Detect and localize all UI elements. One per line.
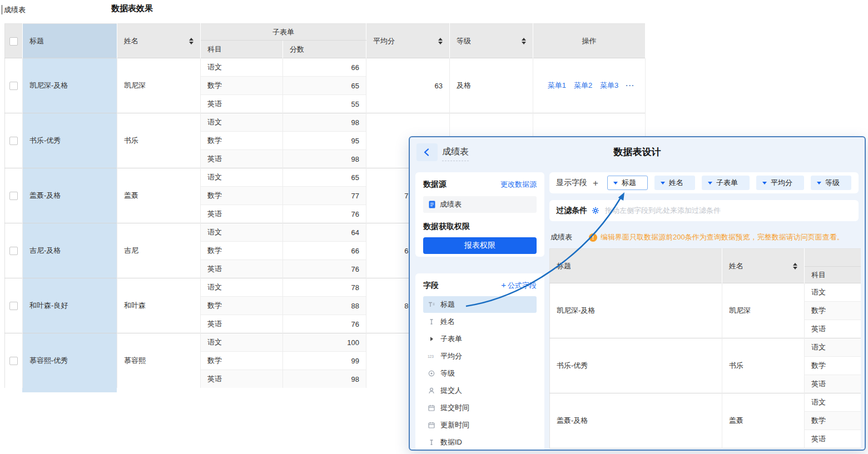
field-item-label: 标题: [440, 300, 455, 310]
action-link[interactable]: 菜单3: [600, 81, 618, 89]
row-checkbox[interactable]: [9, 192, 18, 200]
score-cell: 98: [283, 370, 366, 388]
title-cell: 慕容熙-优秀: [23, 333, 117, 388]
row-checkbox[interactable]: [9, 82, 18, 90]
row-checkbox[interactable]: [9, 357, 18, 365]
field-item[interactable]: 提交人: [423, 382, 537, 399]
display-field-chip[interactable]: 子表单: [702, 176, 750, 190]
subject-cell: 英语: [201, 370, 283, 388]
select-all-checkbox[interactable]: [9, 37, 18, 46]
chevron-down-icon[interactable]: [817, 182, 821, 184]
preview-info-row: 成绩表 编辑界面只取数据源前200条作为查询数据预览，完整数据请访问页面查看。: [550, 232, 860, 243]
action-link[interactable]: 菜单2: [574, 81, 592, 89]
subform-expand-icon: [428, 335, 435, 343]
preview-source-name: 成绩表: [550, 232, 572, 242]
field-item[interactable]: 子表单: [423, 331, 537, 347]
gear-icon[interactable]: [592, 207, 599, 214]
display-field-chip[interactable]: 等级: [811, 176, 851, 190]
title-cell: 凯尼深-及格: [23, 58, 117, 113]
preview-row: 凯尼深-及格凯尼深语文: [550, 283, 861, 302]
title-cell: 吉尼-及格: [23, 223, 117, 278]
table-row: 书乐-优秀书乐语文9897优秀菜单1菜单2菜单3···: [5, 113, 646, 132]
sort-icon[interactable]: [438, 38, 443, 44]
score-cell: 99: [283, 352, 366, 370]
subject-cell: 数学: [201, 352, 283, 370]
field-list: 标题姓名子表单123平均分等级提交人提交时间更新时间数据ID: [423, 296, 537, 451]
sort-icon[interactable]: [522, 38, 526, 44]
column-header: 姓名: [722, 249, 805, 283]
designer-title: 数据表设计: [410, 146, 865, 158]
row-checkbox[interactable]: [9, 302, 18, 310]
display-field-chip[interactable]: 平均分: [756, 176, 804, 190]
table-row: 凯尼深-及格凯尼深语文6663及格菜单1菜单2菜单3···: [5, 58, 646, 77]
subject-cell: 语文: [201, 278, 283, 297]
sort-icon[interactable]: [189, 38, 194, 44]
datasource-item[interactable]: 成绩表: [423, 196, 537, 213]
text-icon: [428, 318, 435, 326]
display-field-chip[interactable]: 姓名: [654, 176, 695, 190]
filter-dropzone[interactable]: 过滤条件 拖动左侧字段到此处来添加过滤条件: [549, 200, 859, 221]
field-item-label: 提交人: [440, 386, 462, 396]
score-cell: 65: [283, 168, 366, 187]
report-permission-button[interactable]: 报表权限: [423, 237, 537, 254]
preview-subject-cell: 英语: [805, 320, 861, 338]
chevron-down-icon[interactable]: [661, 182, 665, 184]
score-cell: 64: [283, 223, 366, 242]
score-cell: 76: [283, 205, 366, 223]
score-cell: 98: [283, 150, 366, 168]
chip-label: 姓名: [669, 178, 683, 188]
user-icon: [428, 387, 435, 395]
chevron-down-icon[interactable]: [613, 182, 618, 184]
more-actions-icon[interactable]: ···: [626, 81, 634, 89]
actions-cell: 菜单1菜单2菜单3···: [533, 58, 646, 113]
field-item-label: 更新时间: [440, 420, 469, 430]
text-icon: [428, 438, 435, 446]
field-item[interactable]: 123平均分: [423, 348, 537, 365]
column-header-label: 姓名: [729, 261, 743, 271]
preview-row: 盖聂-及格盖聂语文: [550, 393, 861, 412]
preview-title-cell: 盖聂-及格: [550, 393, 722, 448]
preview-row: 书乐-优秀书乐语文: [550, 338, 861, 357]
fields-section-title: 字段: [423, 281, 439, 291]
display-fields-label: 显示字段: [556, 178, 587, 188]
score-cell: 55: [283, 95, 366, 113]
score-cell: 66: [283, 58, 366, 77]
sort-icon[interactable]: [793, 263, 797, 270]
score-column-header: 分数: [283, 41, 366, 58]
column-header: 平均分: [366, 24, 450, 58]
field-item[interactable]: 等级: [423, 365, 537, 382]
subject-cell: 英语: [201, 205, 283, 223]
field-item-label: 子表单: [440, 334, 462, 344]
warning-icon: [589, 233, 597, 242]
title-icon: [428, 301, 435, 308]
preview-subject-cell: 英语: [805, 375, 861, 393]
subject-cell: 数学: [201, 77, 283, 95]
chevron-down-icon[interactable]: [708, 182, 712, 184]
row-checkbox-cell: [5, 278, 23, 333]
subject-cell: 语文: [201, 333, 283, 352]
row-checkbox-cell: [5, 223, 23, 278]
add-display-field-button[interactable]: +: [593, 178, 598, 188]
subject-cell: 英语: [201, 150, 283, 168]
field-item-label: 等级: [440, 368, 455, 378]
field-item[interactable]: 提交时间: [423, 400, 537, 416]
chevron-down-icon[interactable]: [762, 182, 767, 184]
display-field-chip[interactable]: 标题: [607, 176, 648, 190]
row-checkbox[interactable]: [9, 137, 18, 145]
preview-subject-cell: 语文: [805, 283, 861, 302]
change-datasource-link[interactable]: 更改数据源: [500, 179, 537, 189]
average-cell: 63: [366, 58, 450, 113]
field-item[interactable]: 标题: [423, 296, 537, 313]
row-checkbox[interactable]: [9, 247, 18, 255]
score-cell: 76: [283, 260, 366, 278]
preview-subform-group-header: [805, 249, 861, 267]
filter-placeholder: 拖动左侧字段到此处来添加过滤条件: [605, 206, 721, 216]
field-item[interactable]: 更新时间: [423, 417, 537, 433]
action-link[interactable]: 菜单1: [548, 81, 566, 89]
svg-text:123: 123: [428, 355, 434, 358]
subform-group-header: 子表单: [201, 24, 366, 41]
add-formula-field-link[interactable]: 公式字段: [501, 280, 537, 291]
score-cell: 76: [283, 315, 366, 333]
field-item[interactable]: 姓名: [423, 313, 537, 330]
field-item[interactable]: 数据ID: [423, 434, 537, 451]
